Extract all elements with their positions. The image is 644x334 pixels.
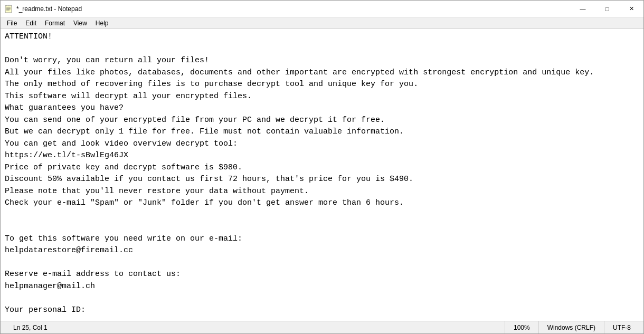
title-bar: *_readme.txt - Notepad — □ ✕ xyxy=(1,1,643,17)
title-bar-left: *_readme.txt - Notepad xyxy=(5,5,82,13)
maximize-button[interactable]: □ xyxy=(595,1,619,17)
status-bar: Ln 25, Col 1 100% Windows (CRLF) UTF-8 xyxy=(1,321,643,333)
svg-rect-2 xyxy=(8,5,10,6)
title-bar-controls: — □ ✕ xyxy=(571,1,643,17)
editor-content[interactable]: ATTENTION! Don't worry, you can return a… xyxy=(1,29,643,321)
window-title: *_readme.txt - Notepad xyxy=(16,5,82,13)
close-button[interactable]: ✕ xyxy=(619,1,643,17)
notepad-icon xyxy=(5,5,13,13)
zoom-level: 100% xyxy=(505,321,538,333)
menu-view[interactable]: View xyxy=(69,18,91,28)
menu-help[interactable]: Help xyxy=(91,18,113,28)
editor-area[interactable]: ATTENTION! Don't worry, you can return a… xyxy=(1,29,643,321)
line-ending: Windows (CRLF) xyxy=(538,321,604,333)
notepad-window: *_readme.txt - Notepad — □ ✕ File Edit F… xyxy=(0,0,644,334)
svg-rect-3 xyxy=(11,5,12,6)
menu-bar: File Edit Format View Help xyxy=(1,17,643,29)
cursor-position: Ln 25, Col 1 xyxy=(5,321,56,333)
menu-format[interactable]: Format xyxy=(41,18,69,28)
menu-edit[interactable]: Edit xyxy=(21,18,41,28)
encoding: UTF-8 xyxy=(604,321,639,333)
minimize-button[interactable]: — xyxy=(571,1,595,17)
menu-file[interactable]: File xyxy=(3,18,21,28)
svg-rect-1 xyxy=(6,5,7,6)
